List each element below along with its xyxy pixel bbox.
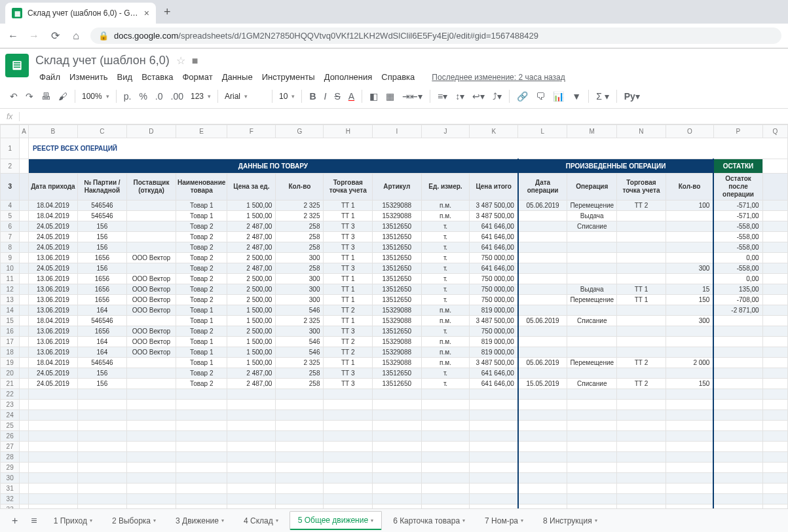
- cell[interactable]: [518, 284, 567, 295]
- cell[interactable]: [713, 316, 762, 326]
- cell[interactable]: [567, 368, 617, 379]
- row-header[interactable]: 7: [1, 232, 20, 242]
- italic-button[interactable]: I: [321, 88, 330, 104]
- cell[interactable]: п.м.: [421, 305, 470, 316]
- col-header-K[interactable]: K: [470, 125, 518, 138]
- dec-increase-button[interactable]: .00: [168, 88, 187, 104]
- cell[interactable]: 15329088: [373, 305, 422, 316]
- text-color-button[interactable]: A: [345, 88, 358, 104]
- cell[interactable]: т.: [421, 232, 470, 242]
- strike-button[interactable]: S: [331, 88, 343, 104]
- cell[interactable]: [518, 368, 567, 379]
- cell[interactable]: 13512650: [373, 263, 422, 274]
- cell[interactable]: [126, 242, 176, 253]
- cell[interactable]: [126, 211, 176, 221]
- cell[interactable]: 546546: [77, 211, 126, 221]
- cell[interactable]: ООО Вектор: [126, 295, 176, 305]
- cell[interactable]: 300: [276, 284, 324, 295]
- cell[interactable]: Товар 1: [176, 211, 227, 221]
- cell[interactable]: [666, 242, 713, 253]
- cell[interactable]: 641 646,00: [470, 242, 518, 253]
- cell[interactable]: Товар 2: [176, 284, 227, 295]
- cell[interactable]: [713, 368, 762, 379]
- header-cell[interactable]: Ед. измер.: [421, 174, 470, 200]
- header-cell[interactable]: Операция: [567, 174, 617, 200]
- row-header[interactable]: 1: [1, 138, 20, 159]
- formula-input[interactable]: [20, 112, 788, 121]
- cell[interactable]: Перемещение: [567, 295, 617, 305]
- header-cell[interactable]: Поставщик (откуда): [126, 174, 176, 200]
- band-rest[interactable]: ОСТАТКИ: [713, 159, 762, 174]
- row-header[interactable]: 12: [1, 284, 20, 295]
- cell[interactable]: 641 646,00: [470, 221, 518, 232]
- cell[interactable]: Товар 2: [176, 379, 227, 389]
- url-input[interactable]: 🔒 docs.google.com/spreadsheets/d/1GM2N27…: [90, 28, 781, 44]
- cell[interactable]: 15: [666, 284, 713, 295]
- cell[interactable]: Товар 2: [176, 263, 227, 274]
- cell[interactable]: [518, 242, 567, 253]
- row-header[interactable]: 13: [1, 295, 20, 305]
- cell[interactable]: [617, 337, 666, 347]
- cell[interactable]: 13.06.2019: [28, 337, 77, 347]
- cell[interactable]: ТТ 1: [324, 200, 373, 211]
- col-header-P[interactable]: P: [713, 125, 762, 138]
- cell[interactable]: 750 000,00: [470, 326, 518, 337]
- table-row[interactable]: 1613.06.20191656ООО ВекторТовар 22 500,0…: [1, 326, 788, 337]
- row-header[interactable]: 29: [1, 463, 20, 473]
- table-row[interactable]: 824.05.2019156Товар 22 487,00258ТТ 31351…: [1, 242, 788, 253]
- cell[interactable]: 13512650: [373, 326, 422, 337]
- cell[interactable]: ТТ 3: [324, 232, 373, 242]
- row-header[interactable]: 19: [1, 358, 20, 368]
- cell[interactable]: [567, 242, 617, 253]
- cell[interactable]: 13.06.2019: [28, 274, 77, 284]
- spreadsheet-grid[interactable]: ABCDEFGHIJKLMNOPQ1РЕЕСТР ВСЕХ ОПЕРАЦИЙ2Д…: [0, 124, 788, 508]
- cell[interactable]: т.: [421, 284, 470, 295]
- currency-button[interactable]: р.: [121, 88, 135, 104]
- sheet-title[interactable]: РЕЕСТР ВСЕХ ОПЕРАЦИЙ: [28, 138, 787, 159]
- cell[interactable]: ТТ 1: [324, 284, 373, 295]
- row-header[interactable]: 2: [1, 159, 20, 174]
- col-header-rownum[interactable]: [1, 125, 20, 138]
- cell[interactable]: [567, 253, 617, 263]
- header-cell[interactable]: Кол-во: [276, 174, 324, 200]
- row-header[interactable]: 25: [1, 421, 20, 431]
- cell[interactable]: 18.04.2019: [28, 358, 77, 368]
- header-cell[interactable]: Артикул: [373, 174, 422, 200]
- cell[interactable]: [666, 221, 713, 232]
- cell[interactable]: 13512650: [373, 232, 422, 242]
- star-icon[interactable]: ☆: [176, 54, 185, 67]
- col-header-I[interactable]: I: [373, 125, 422, 138]
- menu-Изменить[interactable]: Изменить: [66, 70, 112, 84]
- cell[interactable]: [666, 347, 713, 358]
- cell[interactable]: 1656: [77, 326, 126, 337]
- cell[interactable]: 750 000,00: [470, 274, 518, 284]
- cell[interactable]: 2 325: [276, 211, 324, 221]
- table-row[interactable]: 1413.06.2019164ООО ВекторТовар 11 500,00…: [1, 305, 788, 316]
- sheet-tab[interactable]: 4 Склад: [235, 511, 287, 530]
- row-header[interactable]: 33: [1, 504, 20, 509]
- cell[interactable]: 819 000,00: [470, 305, 518, 316]
- row-header[interactable]: 5: [1, 211, 20, 221]
- cell[interactable]: [567, 263, 617, 274]
- cell[interactable]: [713, 337, 762, 347]
- cell[interactable]: [126, 379, 176, 389]
- merge-button[interactable]: ⇥⇤▾: [399, 88, 426, 104]
- col-header-J[interactable]: J: [421, 125, 470, 138]
- table-row[interactable]: 913.06.20191656ООО ВекторТовар 22 500,00…: [1, 253, 788, 263]
- cell[interactable]: 13512650: [373, 295, 422, 305]
- cell[interactable]: 258: [276, 379, 324, 389]
- row-header[interactable]: 4: [1, 200, 20, 211]
- cell[interactable]: 3 487 500,00: [470, 316, 518, 326]
- cell[interactable]: т.: [421, 221, 470, 232]
- cell[interactable]: 18.04.2019: [28, 211, 77, 221]
- new-tab-button[interactable]: +: [164, 5, 171, 19]
- table-row[interactable]: 1813.06.2019164ООО ВекторТовар 11 500,00…: [1, 347, 788, 358]
- cell[interactable]: [713, 326, 762, 337]
- cell[interactable]: п.м.: [421, 347, 470, 358]
- sheet-tab[interactable]: 2 Выборка: [103, 511, 164, 530]
- cell[interactable]: ТТ 3: [324, 326, 373, 337]
- cell[interactable]: 15329088: [373, 358, 422, 368]
- cell[interactable]: [617, 263, 666, 274]
- cell[interactable]: ООО Вектор: [126, 337, 176, 347]
- cell[interactable]: 0,00: [713, 274, 762, 284]
